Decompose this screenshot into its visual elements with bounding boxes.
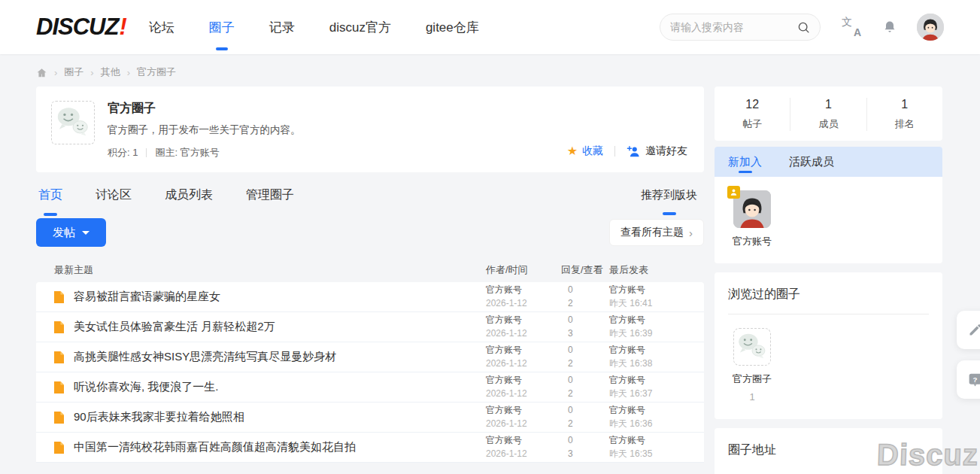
edit-float-button[interactable]	[957, 311, 980, 349]
stat-posts-value: 12	[715, 98, 790, 111]
view-count: 3	[568, 327, 609, 340]
tab-active-members[interactable]: 活跃成员	[789, 147, 834, 177]
stat-rank-label: 排名	[867, 117, 942, 131]
tab-discussion[interactable]: 讨论区	[96, 187, 132, 203]
last-time[interactable]: 昨天 16:39	[609, 327, 704, 340]
topic-link[interactable]: 90后表妹来我家非要拉着给她照相	[74, 410, 244, 424]
members-body: 官方账号	[715, 177, 942, 263]
topic-title-cell: 美女试住员体验富豪生活 月薪轻松超2万	[36, 320, 486, 334]
breadcrumb-item-groups[interactable]: 圈子	[64, 65, 83, 79]
replies-cell: 02	[561, 404, 609, 430]
post-date: 2026-1-12	[486, 297, 561, 310]
page: DISCUZ! 论坛 圈子 记录 discuz官方 gitee仓库 文 A	[0, 0, 980, 474]
last-author[interactable]: 官方账号	[609, 344, 704, 357]
breadcrumb-item-official-group[interactable]: 官方圈子	[137, 65, 176, 79]
view-all-topics-button[interactable]: 查看所有主题 ›	[609, 219, 704, 246]
tab-manage-group[interactable]: 管理圈子	[246, 187, 294, 203]
post-date: 2026-1-12	[486, 448, 561, 460]
last-post-cell: 官方账号昨天 16:36	[609, 404, 704, 430]
notification-bell-icon[interactable]	[882, 20, 897, 35]
author-name[interactable]: 官方账号	[486, 374, 561, 387]
stat-members: 1 成员	[790, 98, 866, 131]
last-author[interactable]: 官方账号	[609, 374, 704, 387]
visited-group-name[interactable]: 官方圈子	[733, 372, 772, 386]
reply-count: 0	[568, 344, 609, 357]
invite-friends-button[interactable]: 邀请好友	[627, 144, 687, 158]
top-navbar: DISCUZ! 论坛 圈子 记录 discuz官方 gitee仓库 文 A	[0, 0, 980, 54]
search-box[interactable]	[660, 14, 821, 41]
nav-item-forum[interactable]: 论坛	[149, 19, 174, 36]
author-cell: 官方账号2026-1-12	[486, 374, 561, 400]
last-author[interactable]: 官方账号	[609, 434, 704, 447]
recommend-to-forum-link[interactable]: 推荐到版块	[641, 188, 697, 202]
stat-posts-label: 帖子	[715, 117, 790, 131]
topic-table-header: 最新主题 作者/时间 回复/查看 最后发表	[36, 258, 704, 282]
new-post-button[interactable]: 发帖	[36, 218, 106, 247]
help-float-button[interactable]: ?	[957, 360, 980, 399]
reply-count: 0	[568, 374, 609, 387]
group-info: 官方圈子 官方圈子，用于发布一些关于官方的内容。 积分: 1 圈主: 官方账号	[108, 101, 301, 160]
search-icon[interactable]	[797, 21, 810, 34]
last-time[interactable]: 昨天 16:36	[609, 418, 704, 430]
nav-item-groups[interactable]: 圈子	[209, 19, 235, 36]
group-tabs: 首页 讨论区 成员列表 管理圈子 推荐到版块	[36, 172, 704, 217]
author-name[interactable]: 官方账号	[486, 434, 561, 447]
document-icon	[53, 381, 65, 394]
member-item[interactable]: 官方账号	[733, 190, 772, 248]
visited-group-avatar[interactable]	[733, 328, 771, 366]
nav-item-discuz-official[interactable]: discuz官方	[329, 19, 391, 36]
group-info-card: 官方圈子 官方圈子，用于发布一些关于官方的内容。 积分: 1 圈主: 官方账号 …	[36, 87, 704, 172]
discuz-logo[interactable]: DISCUZ!	[36, 14, 126, 41]
visited-group-item[interactable]: 官方圈子 1	[733, 328, 772, 403]
table-row: 高挑美腿性感女神SISY思漂亮清纯写真尽显曼妙身材 官方账号2026-1-12 …	[36, 342, 704, 372]
member-name[interactable]: 官方账号	[733, 235, 772, 248]
invite-label: 邀请好友	[645, 144, 687, 158]
breadcrumb-item-other[interactable]: 其他	[101, 65, 120, 79]
last-author[interactable]: 官方账号	[609, 314, 704, 327]
breadcrumb: › 圈子 › 其他 › 官方圈子	[0, 54, 980, 87]
last-author[interactable]: 官方账号	[609, 404, 704, 417]
last-time[interactable]: 昨天 16:37	[609, 387, 704, 400]
nav-item-gitee-repo[interactable]: gitee仓库	[426, 19, 479, 36]
document-icon	[53, 351, 65, 364]
last-time[interactable]: 昨天 16:41	[609, 297, 704, 310]
search-input[interactable]	[670, 21, 797, 33]
nav-item-records[interactable]: 记录	[269, 19, 295, 36]
group-meta: 积分: 1 圈主: 官方账号	[108, 146, 301, 160]
tab-member-list[interactable]: 成员列表	[165, 187, 213, 203]
author-name[interactable]: 官方账号	[486, 404, 561, 417]
author-name[interactable]: 官方账号	[486, 344, 561, 357]
tab-new-members[interactable]: 新加入	[728, 147, 762, 177]
person-plus-icon	[627, 145, 641, 158]
stat-members-value: 1	[790, 98, 866, 111]
member-avatar[interactable]	[733, 190, 771, 228]
reply-count: 0	[568, 314, 609, 327]
last-author[interactable]: 官方账号	[609, 284, 704, 296]
replies-cell: 03	[561, 314, 609, 340]
translate-icon[interactable]: 文 A	[842, 17, 863, 37]
author-name[interactable]: 官方账号	[486, 284, 561, 296]
last-post-cell: 官方账号昨天 16:38	[609, 344, 704, 370]
topic-link[interactable]: 美女试住员体验富豪生活 月薪轻松超2万	[74, 320, 275, 334]
last-time[interactable]: 昨天 16:38	[609, 357, 704, 370]
author-name[interactable]: 官方账号	[486, 314, 561, 327]
members-card: 新加入 活跃成员 官方账号	[715, 147, 942, 263]
last-time[interactable]: 昨天 16:35	[609, 448, 704, 460]
group-avatar[interactable]	[51, 101, 95, 144]
topic-link[interactable]: 容易被甜言蜜语蒙骗的星座女	[74, 290, 220, 304]
replies-cell: 03	[561, 434, 609, 460]
group-owner[interactable]: 圈主: 官方账号	[155, 146, 219, 160]
home-icon[interactable]	[36, 67, 47, 78]
post-date: 2026-1-12	[486, 357, 561, 370]
action-divider	[614, 146, 615, 156]
content: 官方圈子 官方圈子，用于发布一些关于官方的内容。 积分: 1 圈主: 官方账号 …	[0, 87, 980, 474]
document-icon	[53, 321, 65, 334]
topic-link[interactable]: 高挑美腿性感女神SISY思漂亮清纯写真尽显曼妙身材	[74, 350, 336, 364]
topic-link[interactable]: 中国第一清纯校花韩雨嘉百姓高颜值超高清貌美如花自拍	[74, 440, 356, 454]
post-date: 2026-1-12	[486, 387, 561, 400]
topic-link[interactable]: 听说你喜欢海, 我便浪了一生.	[74, 380, 219, 394]
tab-home[interactable]: 首页	[38, 187, 62, 203]
user-avatar[interactable]	[917, 14, 944, 41]
favorite-button[interactable]: ★ 收藏	[567, 144, 603, 158]
owner-badge-icon	[727, 186, 740, 199]
